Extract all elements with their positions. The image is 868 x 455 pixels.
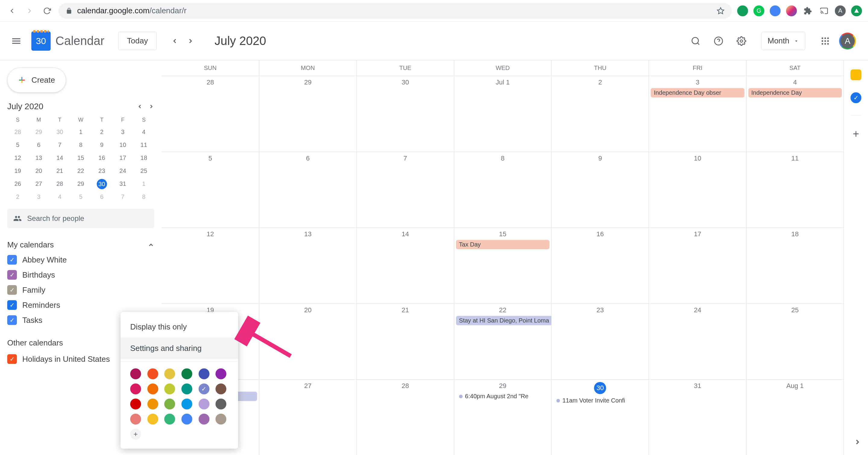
extension-icon-5[interactable] <box>851 5 862 16</box>
mini-day-cell[interactable]: 20 <box>28 165 50 177</box>
calendar-list-item[interactable]: ✓Abbey White <box>7 255 154 265</box>
event-chip[interactable]: Independence Day obser <box>651 88 744 97</box>
browser-url-bar[interactable]: calendar.google.com/calendar/r <box>59 3 732 19</box>
color-swatch[interactable] <box>181 368 192 379</box>
mini-day-cell[interactable]: 2 <box>7 191 28 203</box>
day-cell[interactable]: 3011am Voter Invite Confi <box>551 379 649 455</box>
color-swatch[interactable] <box>181 414 192 425</box>
add-addon-button[interactable]: + <box>852 127 859 140</box>
mini-day-cell[interactable]: 23 <box>91 165 113 177</box>
search-button[interactable] <box>687 32 705 50</box>
mini-day-cell[interactable]: 8 <box>133 191 154 203</box>
mini-day-cell[interactable]: 8 <box>70 139 91 151</box>
mini-calendar[interactable]: SMTWTFS282930123456789101112131415161718… <box>7 115 154 203</box>
calendar-checkbox[interactable]: ✓ <box>7 270 17 280</box>
color-swatch[interactable] <box>130 399 141 409</box>
day-cell[interactable]: 10 <box>649 152 746 228</box>
mini-day-cell[interactable]: 16 <box>91 152 113 164</box>
color-swatch[interactable] <box>181 399 192 409</box>
mini-day-cell[interactable]: 12 <box>7 152 28 164</box>
calendar-list-item[interactable]: ✓Family <box>7 285 154 295</box>
day-cell[interactable]: 24 <box>649 304 746 379</box>
google-apps-button[interactable] <box>816 32 834 50</box>
day-cell[interactable]: Aug 1 <box>746 379 844 455</box>
star-icon[interactable] <box>717 7 724 15</box>
color-swatch[interactable] <box>147 414 158 425</box>
mini-day-cell[interactable]: 28 <box>49 178 70 190</box>
event-chip[interactable]: 11am Voter Invite Confi <box>553 396 647 405</box>
mini-day-cell[interactable]: 1 <box>133 178 154 190</box>
day-cell[interactable]: 16 <box>551 228 649 304</box>
color-swatch[interactable] <box>164 383 175 394</box>
context-display-only[interactable]: Display this only <box>121 316 238 338</box>
color-swatch[interactable] <box>164 368 175 379</box>
mini-day-cell[interactable]: 7 <box>113 191 133 203</box>
calendar-checkbox[interactable]: ✓ <box>7 315 17 325</box>
mini-day-cell[interactable]: 4 <box>49 191 70 203</box>
mini-day-cell[interactable]: 5 <box>7 139 28 151</box>
color-swatch[interactable] <box>130 383 141 394</box>
view-selector[interactable]: Month <box>761 32 805 50</box>
day-cell[interactable]: 13 <box>259 228 356 304</box>
today-button[interactable]: Today <box>118 32 156 50</box>
mini-day-cell[interactable]: 30 <box>97 179 107 189</box>
day-cell[interactable]: 14 <box>356 228 454 304</box>
calendar-checkbox[interactable]: ✓ <box>7 255 17 265</box>
settings-button[interactable] <box>733 32 750 50</box>
browser-back-button[interactable] <box>6 5 18 17</box>
mini-day-cell[interactable]: 6 <box>28 139 50 151</box>
mini-day-cell[interactable]: 27 <box>28 178 50 190</box>
calendar-checkbox[interactable]: ✓ <box>7 354 17 364</box>
event-chip[interactable]: Independence Day <box>748 88 842 97</box>
color-swatch[interactable] <box>147 399 158 409</box>
day-cell[interactable]: 22Stay at HI San Diego, Point Loma Hoste… <box>454 304 551 379</box>
mini-day-cell[interactable]: 6 <box>91 191 113 203</box>
app-logo[interactable]: 30 Calendar <box>31 31 104 51</box>
day-cell[interactable]: 29 <box>259 76 356 152</box>
day-cell[interactable]: 2 <box>551 76 649 152</box>
day-cell[interactable]: 12 <box>161 228 259 304</box>
extensions-puzzle-icon[interactable] <box>802 5 813 16</box>
mini-day-cell[interactable]: 11 <box>133 139 154 151</box>
mini-day-cell[interactable]: 17 <box>113 152 133 164</box>
color-swatch[interactable] <box>198 399 210 409</box>
day-cell[interactable]: 5 <box>161 152 259 228</box>
day-cell[interactable]: 28 <box>356 379 454 455</box>
event-multi-day[interactable]: Stay at HI San Diego, Point Loma Hostel <box>456 316 551 325</box>
account-avatar[interactable]: A <box>839 33 856 50</box>
day-cell[interactable]: 3Independence Day obser <box>649 76 746 152</box>
color-swatch[interactable] <box>147 383 158 394</box>
calendar-checkbox[interactable]: ✓ <box>7 300 17 310</box>
mini-day-cell[interactable]: 19 <box>7 165 28 177</box>
day-cell[interactable]: 31 <box>649 379 746 455</box>
add-custom-color-button[interactable]: + <box>130 429 141 439</box>
day-cell[interactable]: 28 <box>161 76 259 152</box>
cast-icon[interactable] <box>818 5 830 16</box>
mini-day-cell[interactable]: 30 <box>49 126 70 138</box>
mini-day-cell[interactable]: 26 <box>7 178 28 190</box>
browser-forward-button[interactable] <box>24 5 36 17</box>
hide-side-panel-button[interactable] <box>854 438 861 446</box>
mini-day-cell[interactable]: 24 <box>113 165 133 177</box>
color-swatch[interactable] <box>181 383 192 394</box>
mini-day-cell[interactable]: 7 <box>49 139 70 151</box>
calendar-grid[interactable]: SUNMONTUEWEDTHUFRISAT 282930Jul 123Indep… <box>161 60 844 455</box>
tasks-icon[interactable] <box>850 92 861 103</box>
mini-day-cell[interactable]: 25 <box>133 165 154 177</box>
mini-day-cell[interactable]: 3 <box>113 126 133 138</box>
day-cell[interactable]: 23 <box>551 304 649 379</box>
extension-icon-3[interactable] <box>770 5 781 16</box>
day-cell[interactable]: 18 <box>746 228 844 304</box>
color-swatch[interactable]: ✓ <box>198 383 210 394</box>
mini-day-cell[interactable]: 18 <box>133 152 154 164</box>
extension-icon-2[interactable]: G <box>753 5 764 16</box>
color-swatch[interactable] <box>216 383 226 394</box>
color-swatch[interactable] <box>198 368 210 379</box>
next-period-button[interactable] <box>183 34 198 48</box>
mini-day-cell[interactable]: 1 <box>70 126 91 138</box>
help-button[interactable] <box>710 32 727 50</box>
mini-day-cell[interactable]: 9 <box>91 139 113 151</box>
day-cell[interactable]: Jul 1 <box>454 76 551 152</box>
event-chip[interactable]: Tax Day <box>456 240 550 249</box>
color-swatch[interactable] <box>216 414 226 425</box>
